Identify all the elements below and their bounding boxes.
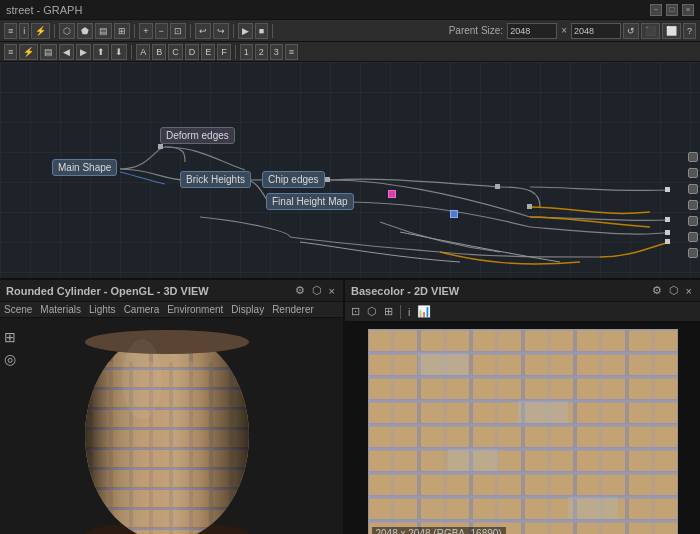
node-chip-edges[interactable]: Chip edges [262, 171, 325, 188]
panel-2d-settings-icon[interactable]: ⚙ [650, 283, 664, 298]
2d-pan-icon[interactable]: ⊞ [382, 304, 395, 319]
panel-3d-settings-icon[interactable]: ⚙ [293, 283, 307, 298]
node-brick-heights[interactable]: Brick Heights [180, 171, 251, 188]
svg-point-24 [122, 339, 162, 419]
node-blue[interactable] [450, 210, 458, 218]
toolbar-btn-12[interactable]: ⬛ [641, 23, 660, 39]
tb2-btn-2[interactable]: ⚡ [19, 44, 38, 60]
tb2-btn-7[interactable]: ⬇ [111, 44, 127, 60]
tb2-btn-16[interactable]: 3 [270, 44, 283, 60]
toolbar-btn-4[interactable]: ⬡ [59, 23, 75, 39]
2d-chart-icon[interactable]: 📊 [415, 304, 433, 319]
separator-5 [272, 24, 273, 38]
tb2-btn-9[interactable]: B [152, 44, 166, 60]
toolbar-btn-10[interactable]: ▶ [238, 23, 253, 39]
svg-rect-5 [665, 187, 670, 192]
toolbar-btn-14[interactable]: ? [683, 23, 696, 39]
node-deform-edges-label: Deform edges [166, 130, 229, 141]
svg-rect-38 [518, 401, 568, 423]
output-port-4[interactable] [688, 200, 698, 210]
2d-fit-icon[interactable]: ⊡ [349, 304, 362, 319]
tb2-btn-15[interactable]: 2 [255, 44, 268, 60]
toolbar-btn-11[interactable]: ■ [255, 23, 268, 39]
panel-3d-title: Rounded Cylinder - OpenGL - 3D VIEW [6, 285, 209, 297]
panel-2d-expand-icon[interactable]: ⬡ [667, 283, 681, 298]
node-deform-edges[interactable]: Deform edges [160, 127, 235, 144]
menu-renderer[interactable]: Renderer [272, 304, 314, 315]
toolbar-btn-3[interactable]: ⚡ [31, 23, 50, 39]
node-main-shape[interactable]: Main Shape [52, 159, 117, 176]
minimize-button[interactable]: − [650, 4, 662, 16]
output-port-6[interactable] [688, 232, 698, 242]
menu-scene[interactable]: Scene [4, 304, 32, 315]
node-final-height-label: Final Height Map [272, 196, 348, 207]
toolbar-btn-1[interactable]: ≡ [4, 23, 17, 39]
svg-rect-4 [527, 204, 532, 209]
tb2-btn-5[interactable]: ▶ [76, 44, 91, 60]
panel-2d-content[interactable]: 2048 x 2048 (RGBA, 16890) [345, 322, 700, 534]
panel-2d-header: Basecolor - 2D VIEW ⚙ ⬡ × [345, 280, 700, 302]
menu-materials[interactable]: Materials [40, 304, 81, 315]
3d-tool-1[interactable]: ⊞ [2, 328, 18, 346]
toolbar-btn-2[interactable]: i [19, 23, 29, 39]
2d-zoom-icon[interactable]: ⬡ [365, 304, 379, 319]
maximize-button[interactable]: □ [666, 4, 678, 16]
tb2-btn-13[interactable]: F [217, 44, 231, 60]
panel-2d-title: Basecolor - 2D VIEW [351, 285, 459, 297]
panel-3d-close-icon[interactable]: × [327, 284, 337, 298]
tb2-btn-1[interactable]: ≡ [4, 44, 17, 60]
toolbar-btn-6[interactable]: ▤ [95, 23, 112, 39]
tb2-btn-3[interactable]: ▤ [40, 44, 57, 60]
panel-2d-controls: ⚙ ⬡ × [650, 283, 694, 298]
svg-rect-36 [368, 329, 678, 535]
window-title: street - GRAPH [6, 4, 82, 16]
tb2-btn-8[interactable]: A [136, 44, 150, 60]
tb2-btn-4[interactable]: ◀ [59, 44, 74, 60]
output-port-3[interactable] [688, 184, 698, 194]
tb2-btn-align[interactable]: ≡ [285, 44, 298, 60]
tb2-btn-6[interactable]: ⬆ [93, 44, 109, 60]
panel-2d-toolbar: ⊡ ⬡ ⊞ i 📊 [345, 302, 700, 322]
bottom-panels: Rounded Cylinder - OpenGL - 3D VIEW ⚙ ⬡ … [0, 280, 700, 534]
panel-3d-expand-icon[interactable]: ⬡ [310, 283, 324, 298]
parent-size-input[interactable] [507, 23, 557, 39]
toolbar-btn-7[interactable]: ⊞ [114, 23, 130, 39]
toolbar-zoom-out[interactable]: − [155, 23, 168, 39]
toolbar-btn-13[interactable]: ⬜ [662, 23, 681, 39]
output-port-1[interactable] [688, 152, 698, 162]
node-final-height[interactable]: Final Height Map [266, 193, 354, 210]
toolbar-refresh[interactable]: ↺ [623, 23, 639, 39]
output-port-2[interactable] [688, 168, 698, 178]
svg-rect-40 [568, 497, 618, 519]
toolbar-zoom-in[interactable]: + [139, 23, 152, 39]
tb2-btn-11[interactable]: D [185, 44, 200, 60]
size-y-input[interactable] [571, 23, 621, 39]
tb2-btn-10[interactable]: C [168, 44, 183, 60]
menu-display[interactable]: Display [231, 304, 264, 315]
toolbar-btn-9[interactable]: ↪ [213, 23, 229, 39]
3d-tool-2[interactable]: ◎ [2, 350, 18, 368]
node-accent[interactable] [388, 190, 396, 198]
tb2-sep-2 [235, 45, 236, 59]
2d-info-icon[interactable]: i [406, 305, 412, 319]
close-button[interactable]: × [682, 4, 694, 16]
output-port-7[interactable] [688, 248, 698, 258]
2d-sep-1 [400, 305, 401, 319]
toolbar-btn-8[interactable]: ↩ [195, 23, 211, 39]
toolbar-btn-5[interactable]: ⬟ [77, 23, 93, 39]
svg-rect-39 [448, 449, 498, 471]
svg-rect-3 [495, 184, 500, 189]
menu-environment[interactable]: Environment [167, 304, 223, 315]
menu-lights[interactable]: Lights [89, 304, 116, 315]
tb2-btn-14[interactable]: 1 [240, 44, 253, 60]
panel-3d-header: Rounded Cylinder - OpenGL - 3D VIEW ⚙ ⬡ … [0, 280, 343, 302]
graph-area[interactable]: Main Shape Deform edges Brick Heights Ch… [0, 62, 700, 280]
output-port-5[interactable] [688, 216, 698, 226]
svg-rect-6 [665, 217, 670, 222]
toolbar-fit[interactable]: ⊡ [170, 23, 186, 39]
panel-2d-close-icon[interactable]: × [684, 284, 694, 298]
tb2-btn-12[interactable]: E [201, 44, 215, 60]
texture-svg [368, 329, 678, 535]
tb2-sep-1 [131, 45, 132, 59]
menu-camera[interactable]: Camera [124, 304, 160, 315]
